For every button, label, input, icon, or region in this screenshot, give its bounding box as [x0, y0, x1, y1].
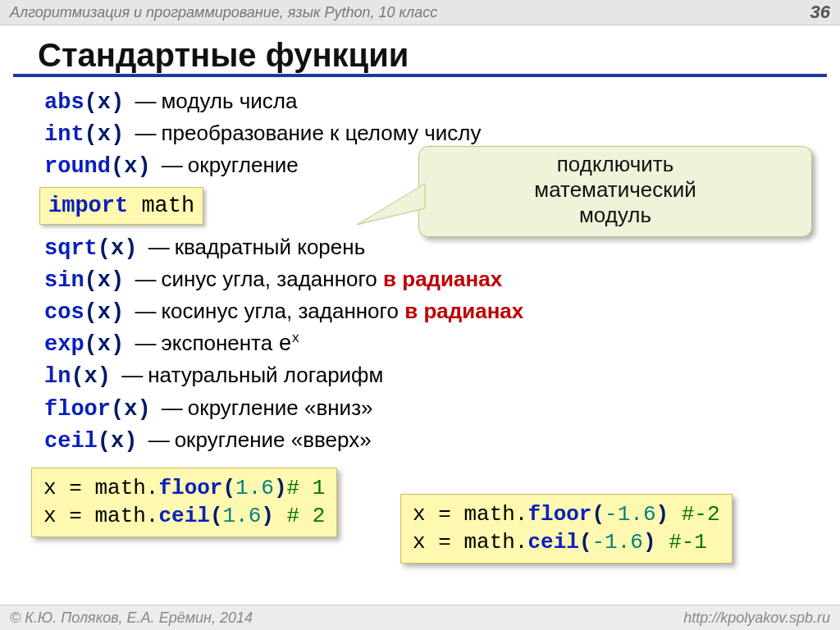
func-sqrt: sqrt(x) —квадратный корень [44, 233, 801, 263]
callout-tail-icon [355, 180, 429, 229]
footer-copyright: © К.Ю. Поляков, Е.А. Ерёмин, 2014 [10, 609, 253, 627]
slide: Алгоритмизация и программирование, язык … [0, 0, 840, 630]
func-ceil: ceil(x) —округление «вверх» [44, 426, 801, 456]
func-abs: abs(x) —модуль числа [44, 87, 801, 117]
footer-bar: © К.Ю. Поляков, Е.А. Ерёмин, 2014 http:/… [0, 605, 840, 630]
callout: подключить математический модуль [418, 146, 812, 237]
svg-marker-0 [357, 184, 425, 225]
example-left: x = math.floor(1.6)# 1 x = math.ceil(1.6… [31, 468, 337, 538]
func-int: int(x) —преобразование к целому числу [44, 119, 801, 149]
callout-line1: подключить [431, 152, 800, 177]
page-title: Стандартные функции [13, 25, 827, 77]
content: abs(x) —модуль числа int(x) —преобразова… [0, 87, 840, 456]
page-number: 36 [810, 2, 830, 23]
callout-line3: модуль [431, 203, 800, 228]
func-sin: sin(x) —синус угла, заданного в радианах [44, 265, 801, 295]
func-ln: ln(x) —натуральный логарифм [44, 361, 801, 391]
header-bar: Алгоритмизация и программирование, язык … [0, 0, 840, 25]
course-label: Алгоритмизация и программирование, язык … [10, 4, 437, 21]
func-exp: exp(x) —экспонента ex [44, 329, 801, 359]
func-floor: floor(x) —округление «вниз» [44, 394, 801, 424]
footer-url: http://kpolyakov.spb.ru [683, 609, 830, 627]
func-cos: cos(x) —косинус угла, заданного в радиан… [44, 297, 801, 327]
callout-line2: математический [431, 177, 800, 203]
example-right: x = math.floor(-1.6) #-2 x = math.ceil(-… [400, 494, 733, 564]
